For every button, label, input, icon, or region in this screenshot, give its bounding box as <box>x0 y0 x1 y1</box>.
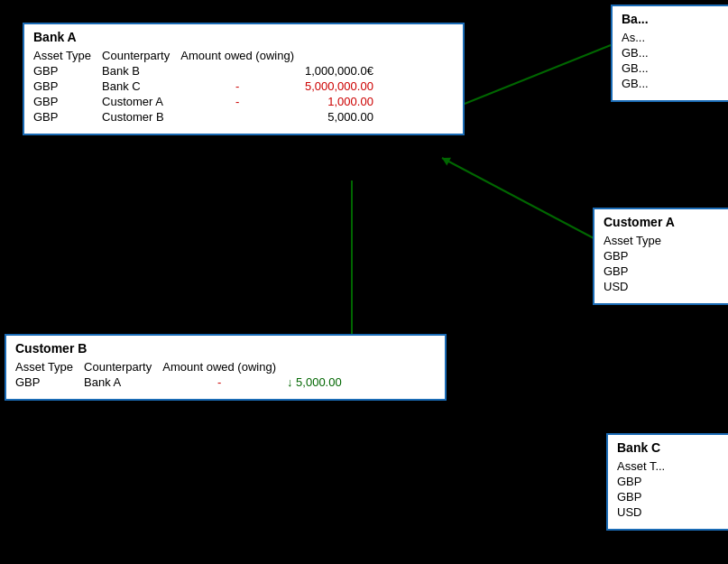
amount: 5,000.00 <box>305 109 384 125</box>
customer-b-header-amount: Amount owed (owing) <box>162 359 287 374</box>
bank-a-header-counterparty: Counterparty <box>102 48 180 63</box>
bank-a-title: Bank A <box>33 30 454 44</box>
label: GB... <box>622 45 659 60</box>
customer-a-box-partial: Customer A Asset Type GBP GBP USD <box>593 208 728 305</box>
label: GBP <box>604 248 672 264</box>
amount: ↓ 5,000.00 <box>287 374 353 390</box>
counterparty: Customer A <box>102 94 180 109</box>
bank-b-box-partial: Ba... As... GB... GB... GB... <box>611 5 728 102</box>
bank-a-header-asset: Asset Type <box>33 48 102 63</box>
customer-b-header-asset: Asset Type <box>15 359 84 374</box>
asset-type: GBP <box>33 63 102 79</box>
dash: - <box>180 79 305 94</box>
table-row: GBP Bank A - ↓ 5,000.00 <box>15 374 353 390</box>
table-row: GBP Customer B 5,000.00 <box>33 109 384 125</box>
counterparty: Bank C <box>102 79 180 94</box>
customer-a-title: Customer A <box>604 215 719 229</box>
counterparty: Bank B <box>102 63 180 79</box>
label: GB... <box>622 60 659 76</box>
label: GBP <box>617 474 676 489</box>
bank-c-box-partial: Bank C Asset T... GBP GBP USD <box>606 433 728 531</box>
counterparty: Customer B <box>102 109 180 125</box>
table-row: GBP Bank C - 5,000,000.00 <box>33 79 384 94</box>
bank-a-box: Bank A Asset Type Counterparty Amount ow… <box>23 23 465 135</box>
dash: - <box>162 374 287 390</box>
bank-b-title: Ba... <box>622 12 719 26</box>
amount: 1,000,000.0€ <box>305 63 384 79</box>
label: GBP <box>617 489 676 504</box>
header: Asset T... <box>617 458 676 474</box>
header: Asset Type <box>604 233 672 248</box>
amount: 5,000,000.00 <box>305 79 384 94</box>
table-row: GBP Bank B 1,000,000.0€ <box>33 63 384 79</box>
label: GB... <box>622 76 659 91</box>
dash: - <box>180 94 305 109</box>
label: As... <box>622 30 659 45</box>
dash <box>180 109 305 125</box>
customer-b-header-counterparty: Counterparty <box>84 359 162 374</box>
asset-type: GBP <box>15 374 84 390</box>
asset-type: GBP <box>33 94 102 109</box>
asset-type: GBP <box>33 109 102 125</box>
label: GBP <box>604 264 672 279</box>
label: USD <box>604 279 672 294</box>
dash <box>180 63 305 79</box>
bank-c-title: Bank C <box>617 440 719 455</box>
asset-type: GBP <box>33 79 102 94</box>
amount: 1,000.00 <box>305 94 384 109</box>
bank-a-header-amount: Amount owed (owing) <box>180 48 305 63</box>
label: USD <box>617 504 676 520</box>
counterparty: Bank A <box>84 374 162 390</box>
customer-b-box: Customer B Asset Type Counterparty Amoun… <box>5 334 447 401</box>
table-row: GBP Customer A - 1,000.00 <box>33 94 384 109</box>
customer-b-title: Customer B <box>15 341 436 356</box>
